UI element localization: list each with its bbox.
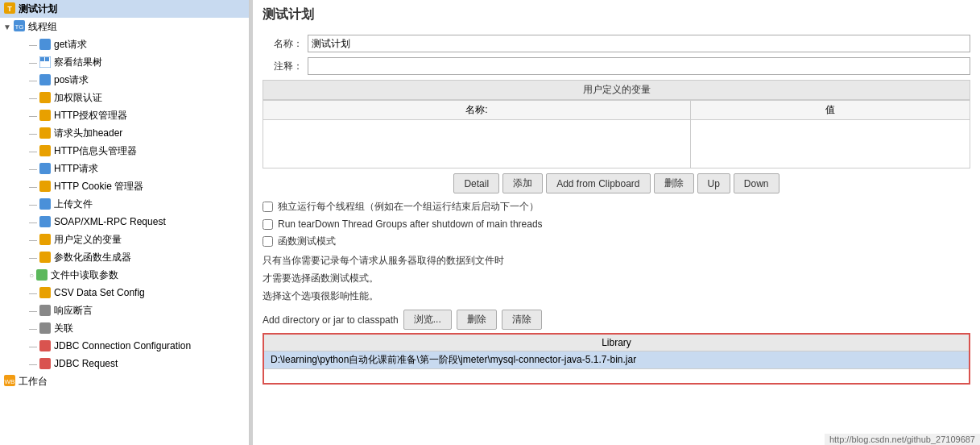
vars-section: 用户定义的变量 名称: 值 [263,80,970,168]
sidebar-item-http-request[interactable]: — HTTP请求 [0,160,249,177]
sidebar-item-label: 察看结果树 [54,56,102,69]
sidebar-item-label: 加权限认证 [54,91,102,105]
comment-input[interactable] [308,57,970,75]
workbench-icon: WB [3,374,16,389]
sidebar-item-label: 关联 [54,322,73,335]
sidebar-item-link[interactable]: — 关联 [0,319,249,337]
file-params-icon [35,268,48,281]
sidebar-item-pos-request[interactable]: — pos请求 [0,71,249,89]
checkbox2-label: Run tearDown Thread Groups after shutdow… [278,218,543,230]
vars-col-name: 名称: [263,101,691,120]
main-panel: 测试计划 名称： 注释： 用户定义的变量 名称: 值 [253,0,980,445]
down-button[interactable]: Down [734,173,779,193]
library-row[interactable]: D:\learning\python自动化课前准备\第一阶段\jmeter\my… [263,351,970,369]
name-input[interactable] [308,35,970,52]
svg-rect-11 [39,127,51,139]
sidebar-item-label: 请求头加header [54,127,122,140]
up-button[interactable]: Up [697,173,730,193]
teardown-checkbox[interactable] [263,219,273,230]
sidebar-item-http-cookie[interactable]: — HTTP Cookie 管理器 [0,177,249,195]
svg-rect-6 [40,57,44,61]
sidebar-item-label: 文件中读取参数 [51,268,118,282]
name-row: 名称： [263,35,970,52]
param-gen-icon [39,251,52,264]
svg-text:WB: WB [5,378,15,385]
library-table: Library D:\learning\python自动化课前准备\第一阶段\j… [263,333,970,385]
desc3: 选择这个选项很影响性能。 [263,289,970,303]
delete-button[interactable]: 删除 [654,173,694,193]
svg-rect-18 [39,252,51,263]
http-info-icon [39,144,52,157]
sidebar-item-label: pos请求 [54,73,89,87]
classpath-row: Add directory or jar to classpath 浏览... … [263,310,970,330]
sidebar-item-param-gen[interactable]: — 参数化函数生成器 [0,248,249,266]
page-title: 测试计划 [263,6,970,27]
library-col-header: Library [263,334,970,351]
svg-rect-7 [45,57,49,61]
svg-rect-16 [39,216,51,227]
checkbox2-row: Run tearDown Thread Groups after shutdow… [263,218,970,230]
sidebar-item-label: 线程组 [28,20,57,34]
thread-group-icon: TG [13,19,26,35]
sidebar-item-user-vars[interactable]: — 用户定义的变量 [0,231,249,248]
name-label: 名称： [263,37,303,51]
pos-icon [39,73,52,86]
sidebar-item-view-results[interactable]: — 察看结果树 [0,53,249,71]
svg-rect-20 [39,287,51,298]
sidebar-item-label: 测试计划 [19,2,57,16]
functional-mode-checkbox[interactable] [263,236,273,247]
sidebar-item-label: JDBC Connection Configuration [54,340,191,351]
user-vars-icon [39,233,52,246]
vars-buttons-row: Detail 添加 Add from Clipboard 删除 Up Down [263,173,970,193]
desc2: 才需要选择函数测试模式。 [263,271,970,285]
jdbc-request-icon [39,357,52,370]
sidebar-item-label: CSV Data Set Config [54,287,145,298]
detail-button[interactable]: Detail [453,173,499,193]
sidebar-item-jdbc-request[interactable]: — JDBC Request [0,355,249,372]
statusbar-url: http://blog.csdn.net/github_27109687 [829,435,975,444]
sidebar-item-label: 工作台 [19,375,48,389]
expand-arrow: ▼ [3,23,11,31]
vars-empty-row [263,120,970,168]
auth-icon [39,91,52,104]
browse-button[interactable]: 浏览... [403,310,452,330]
link-icon [39,322,52,335]
svg-rect-10 [39,110,51,121]
svg-rect-15 [39,198,51,210]
test-plan-icon: T [3,2,16,17]
add-clipboard-button[interactable]: Add from Clipboard [546,173,650,193]
response-assert-icon [39,304,52,317]
sidebar-item-thread-group[interactable]: ▼ TG 线程组 [0,18,249,35]
sidebar-item-label: 用户定义的变量 [54,233,122,247]
independent-threads-checkbox[interactable] [263,202,273,212]
csv-icon [39,286,52,299]
jdbc-conn-icon [39,339,52,352]
sidebar-item-auth[interactable]: — 加权限认证 [0,89,249,106]
svg-rect-8 [39,74,51,85]
sidebar-item-soap[interactable]: — SOAP/XML-RPC Request [0,213,249,231]
sidebar-item-get-request[interactable]: — get请求 [0,35,249,53]
http-request-icon [39,162,52,175]
sidebar-item-label: JDBC Request [54,358,118,369]
sidebar-item-file-params[interactable]: ○ 文件中读取参数 [0,266,249,284]
sidebar-item-jdbc-conn[interactable]: — JDBC Connection Configuration [0,337,249,355]
add-button[interactable]: 添加 [502,173,543,193]
sidebar-item-label: HTTP信息头管理器 [54,144,137,158]
sidebar-item-workbench[interactable]: WB 工作台 [0,372,249,390]
sidebar-item-upload-file[interactable]: — 上传文件 [0,195,249,213]
sidebar-item-test-plan[interactable]: T 测试计划 [0,0,249,18]
sidebar-item-label: SOAP/XML-RPC Request [54,216,166,227]
sidebar-item-label: HTTP请求 [54,162,98,176]
sidebar-item-add-header[interactable]: — 请求头加header [0,124,249,142]
sidebar-item-response-assert[interactable]: — 响应断言 [0,302,249,319]
header-icon [39,127,52,139]
classpath-delete-button[interactable]: 删除 [457,310,497,330]
sidebar-item-csv-config[interactable]: — CSV Data Set Config [0,284,249,302]
svg-text:T: T [7,5,12,13]
svg-rect-9 [39,92,51,103]
sidebar-item-http-info-mgr[interactable]: — HTTP信息头管理器 [0,142,249,160]
sidebar-item-http-auth-mgr[interactable]: — HTTP授权管理器 [0,106,249,124]
clear-button[interactable]: 清除 [502,310,542,330]
svg-rect-24 [39,358,51,369]
library-empty-row [263,369,970,384]
